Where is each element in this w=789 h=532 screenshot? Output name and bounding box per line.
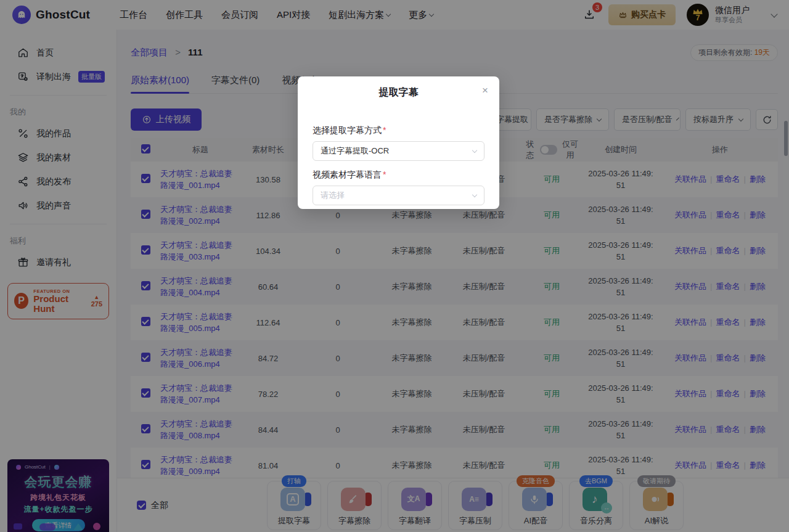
chevron-down-icon	[472, 147, 477, 152]
subtitle-language-placeholder: 请选择	[321, 190, 473, 201]
subtitle-language-select[interactable]: 请选择	[313, 186, 484, 205]
required-mark: *	[383, 125, 386, 135]
extract-method-value: 通过字幕提取-OCR	[321, 145, 473, 157]
vertical-scrollbar-thumb[interactable]	[784, 121, 788, 156]
required-mark: *	[383, 170, 386, 179]
extract-subtitles-modal: 提取字幕 × 选择提取字幕方式* 通过字幕提取-OCR 视频素材字幕语言* 请选…	[298, 76, 499, 209]
extract-method-label: 选择提取字幕方式*	[313, 125, 484, 136]
chevron-down-icon	[472, 192, 477, 197]
extract-method-select[interactable]: 通过字幕提取-OCR	[313, 141, 484, 161]
subtitle-language-label: 视频素材字幕语言*	[313, 170, 484, 181]
close-icon[interactable]: ×	[482, 85, 488, 96]
modal-title: 提取字幕	[313, 86, 484, 99]
